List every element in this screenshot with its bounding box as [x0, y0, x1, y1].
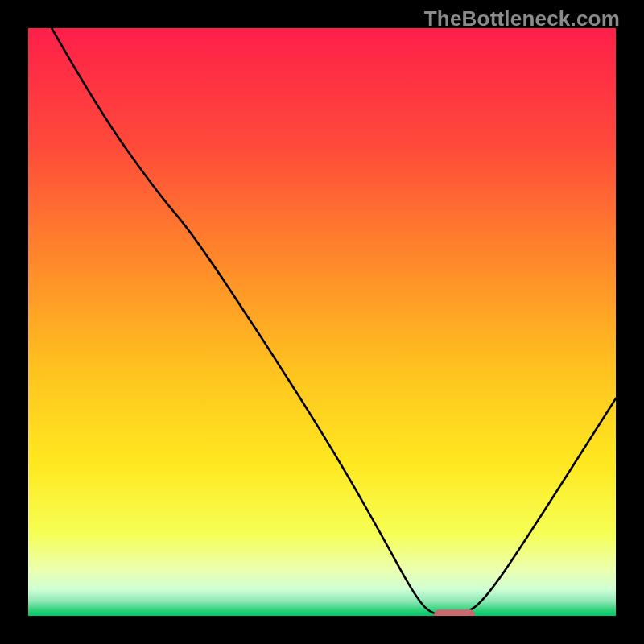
watermark-text: TheBottleneck.com: [424, 6, 620, 31]
plot-area: [28, 28, 616, 616]
chart-frame: TheBottleneck.com: [0, 0, 644, 644]
optimal-marker: [434, 609, 475, 616]
background-gradient: [28, 28, 616, 616]
svg-rect-0: [28, 28, 616, 616]
